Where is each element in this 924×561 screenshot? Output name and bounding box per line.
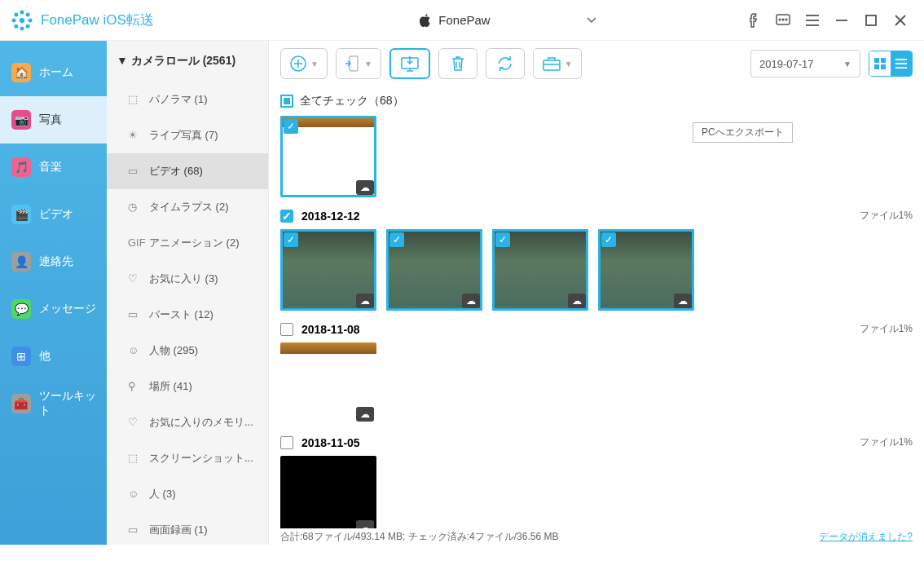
toolbar: ▼ ▼ ▼ 2019-07-17▼: [269, 41, 924, 86]
thumbnail[interactable]: ✓ ☁: [280, 116, 376, 197]
select-all-row[interactable]: 全てチェック（68）: [269, 86, 924, 116]
subnav-item-2[interactable]: ▭ビデオ (68): [107, 153, 268, 189]
list-view-button[interactable]: [891, 51, 912, 76]
svg-point-7: [14, 24, 18, 28]
menu-icon[interactable]: [805, 13, 820, 28]
chevron-down-icon: [587, 17, 596, 24]
toolbox-button[interactable]: ▼: [533, 48, 582, 79]
export-to-pc-button[interactable]: [389, 48, 430, 79]
view-toggle: [869, 51, 913, 77]
thumbnail[interactable]: ✓ ☁: [280, 229, 376, 311]
add-button[interactable]: ▼: [280, 48, 328, 79]
album-subnav: ▼ カメラロール (2561) ⬚パノラマ (1)☀ライブ写真 (7)▭ビデオ …: [107, 41, 269, 545]
apple-icon: [419, 13, 432, 28]
data-lost-link[interactable]: データが消えました?: [819, 530, 913, 544]
svg-point-4: [29, 18, 33, 22]
album-icon: GIF: [128, 236, 141, 250]
svg-rect-17: [866, 15, 876, 25]
cloud-icon: ☁: [568, 294, 586, 308]
album-icon: ⚲: [128, 380, 141, 393]
group-header[interactable]: ✓ 2018-12-12 ファイル1%: [280, 202, 913, 229]
album-icon: ☺: [128, 344, 141, 357]
subnav-item-0[interactable]: ⬚パノラマ (1): [107, 82, 268, 117]
nav-item-2[interactable]: 🎵音楽: [0, 144, 107, 191]
delete-button[interactable]: [438, 48, 477, 79]
refresh-button[interactable]: [486, 48, 525, 79]
cloud-icon: ☁: [356, 294, 374, 308]
thumbnail[interactable]: ✓ ☁: [386, 229, 482, 311]
cloud-icon: ☁: [462, 294, 480, 308]
grid-view-button[interactable]: [869, 51, 891, 76]
group-checkbox[interactable]: [280, 436, 293, 449]
group-checkbox[interactable]: [280, 323, 293, 336]
svg-rect-30: [874, 58, 879, 63]
nav-icon: 🎵: [11, 157, 31, 177]
nav-icon: 👤: [11, 252, 31, 272]
thumbnail[interactable]: ☁: [280, 342, 376, 424]
nav-icon: 💬: [11, 299, 31, 319]
subnav-item-11[interactable]: ☺人 (3): [107, 476, 268, 512]
subnav-item-4[interactable]: GIFアニメーション (2): [107, 225, 268, 261]
nav-item-0[interactable]: 🏠ホーム: [0, 49, 107, 96]
svg-point-3: [12, 18, 16, 22]
nav-icon: ⊞: [11, 347, 31, 366]
album-icon: ▭: [128, 308, 141, 321]
thumbnail[interactable]: ✓ ☁: [492, 229, 588, 311]
subnav-item-1[interactable]: ☀ライブ写真 (7): [107, 117, 268, 153]
album-icon: ⬚: [128, 452, 141, 465]
subnav-item-8[interactable]: ⚲場所 (41): [107, 369, 268, 404]
svg-point-0: [20, 17, 24, 22]
close-button[interactable]: [893, 13, 908, 28]
album-icon: ♡: [128, 272, 141, 285]
check-icon: ✓: [389, 232, 404, 247]
album-icon: ☺: [128, 488, 141, 501]
svg-rect-31: [881, 58, 886, 63]
svg-point-10: [779, 19, 781, 20]
facebook-icon[interactable]: [746, 13, 761, 28]
check-icon: ✓: [601, 232, 616, 247]
album-icon: ⬚: [128, 93, 141, 106]
subnav-item-5[interactable]: ♡お気に入り (3): [107, 261, 268, 297]
minimize-button[interactable]: [834, 13, 849, 28]
subnav-header[interactable]: ▼ カメラロール (2561): [107, 41, 268, 82]
group-header[interactable]: 2018-11-05 ファイル1%: [280, 429, 913, 456]
subnav-item-6[interactable]: ▭バースト (12): [107, 297, 268, 333]
thumbnail[interactable]: ☁: [280, 456, 376, 528]
nav-item-5[interactable]: 💬メッセージ: [0, 285, 107, 333]
nav-item-7[interactable]: 🧰ツールキット: [0, 380, 107, 427]
app-title: FonePaw iOS転送: [41, 11, 154, 29]
cloud-icon: ☁: [356, 180, 374, 195]
device-name: FonePaw: [438, 13, 490, 27]
album-icon: ▭: [128, 165, 141, 178]
cloud-icon: ☁: [356, 520, 374, 528]
nav-icon: 🎬: [11, 205, 31, 224]
to-device-button[interactable]: ▼: [336, 48, 381, 79]
maximize-button[interactable]: [864, 13, 878, 28]
status-bar: 合計:68ファイル/493.14 MB; チェック済み:4ファイル/36.56 …: [269, 528, 924, 545]
nav-item-6[interactable]: ⊞他: [0, 333, 107, 380]
nav-item-4[interactable]: 👤連絡先: [0, 238, 107, 285]
nav-item-1[interactable]: 📷写真: [0, 96, 107, 144]
export-tooltip: PCへエクスポート: [693, 122, 793, 143]
svg-point-12: [785, 19, 787, 20]
select-all-checkbox[interactable]: [280, 95, 293, 108]
subnav-item-12[interactable]: ▭画面録画 (1): [107, 512, 268, 545]
thumbnail[interactable]: ✓ ☁: [598, 229, 694, 311]
status-text: 合計:68ファイル/493.14 MB; チェック済み:4ファイル/36.56 …: [280, 530, 558, 544]
subnav-item-3[interactable]: ◷タイムラプス (2): [107, 189, 268, 225]
nav-item-3[interactable]: 🎬ビデオ: [0, 191, 107, 238]
subnav-item-7[interactable]: ☺人物 (295): [107, 333, 268, 369]
subnav-item-10[interactable]: ⬚スクリーンショット...: [107, 440, 268, 476]
feedback-icon[interactable]: [776, 13, 790, 28]
device-selector[interactable]: FonePaw: [419, 13, 596, 28]
group-checkbox[interactable]: ✓: [280, 210, 293, 223]
group-header[interactable]: 2018-11-08 ファイル1%: [280, 316, 913, 342]
svg-point-5: [14, 12, 18, 16]
svg-rect-33: [881, 64, 886, 69]
subnav-item-9[interactable]: ♡お気に入りのメモリ...: [107, 404, 268, 440]
svg-point-11: [782, 19, 784, 20]
nav-icon: 🧰: [11, 394, 31, 413]
svg-point-2: [20, 26, 24, 30]
svg-point-6: [26, 12, 30, 16]
date-filter[interactable]: 2019-07-17▼: [750, 50, 860, 77]
